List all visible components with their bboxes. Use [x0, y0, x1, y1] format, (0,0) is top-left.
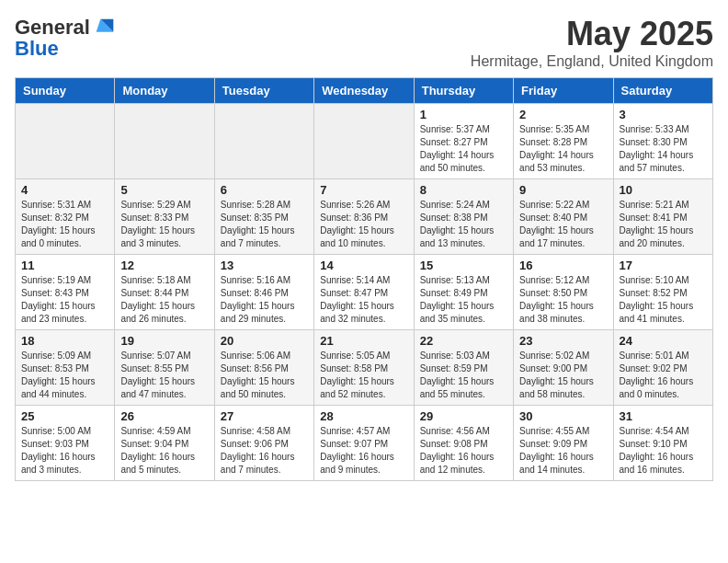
- calendar-cell: 11Sunrise: 5:19 AM Sunset: 8:43 PM Dayli…: [16, 255, 115, 330]
- calendar-cell: [214, 104, 313, 179]
- location-title: Hermitage, England, United Kingdom: [471, 53, 713, 70]
- calendar-cell: 24Sunrise: 5:01 AM Sunset: 9:02 PM Dayli…: [613, 330, 712, 406]
- cell-info: Sunrise: 5:22 AM Sunset: 8:40 PM Dayligh…: [519, 199, 607, 250]
- calendar-cell: 6Sunrise: 5:28 AM Sunset: 8:35 PM Daylig…: [214, 179, 313, 255]
- header: General Blue May 2025 Hermitage, England…: [15, 15, 713, 70]
- day-number: 8: [420, 183, 507, 197]
- calendar-cell: 25Sunrise: 5:00 AM Sunset: 9:03 PM Dayli…: [16, 406, 115, 481]
- cell-info: Sunrise: 4:55 AM Sunset: 9:09 PM Dayligh…: [519, 425, 607, 477]
- day-number: 16: [519, 259, 607, 272]
- day-number: 18: [21, 334, 108, 348]
- day-header-friday: Friday: [514, 78, 613, 104]
- day-number: 11: [21, 259, 108, 272]
- calendar-cell: 8Sunrise: 5:24 AM Sunset: 8:38 PM Daylig…: [414, 179, 513, 255]
- cell-info: Sunrise: 5:02 AM Sunset: 9:00 PM Dayligh…: [519, 350, 607, 401]
- calendar-cell: 16Sunrise: 5:12 AM Sunset: 8:50 PM Dayli…: [514, 255, 613, 330]
- calendar-cell: 21Sunrise: 5:05 AM Sunset: 8:58 PM Dayli…: [314, 330, 414, 406]
- day-number: 21: [320, 334, 407, 348]
- day-number: 6: [221, 183, 308, 197]
- cell-info: Sunrise: 5:21 AM Sunset: 8:41 PM Dayligh…: [620, 199, 707, 250]
- day-header-sunday: Sunday: [16, 78, 115, 104]
- days-header-row: SundayMondayTuesdayWednesdayThursdayFrid…: [16, 78, 713, 104]
- week-row-1: 1Sunrise: 5:37 AM Sunset: 8:27 PM Daylig…: [16, 104, 713, 179]
- week-row-5: 25Sunrise: 5:00 AM Sunset: 9:03 PM Dayli…: [16, 406, 713, 481]
- day-number: 10: [620, 183, 707, 197]
- cell-info: Sunrise: 5:05 AM Sunset: 8:58 PM Dayligh…: [320, 350, 407, 401]
- calendar-cell: 12Sunrise: 5:18 AM Sunset: 8:44 PM Dayli…: [115, 255, 214, 330]
- logo-blue: Blue: [15, 37, 59, 61]
- day-number: 9: [519, 183, 607, 197]
- calendar: SundayMondayTuesdayWednesdayThursdayFrid…: [15, 77, 713, 481]
- calendar-cell: 30Sunrise: 4:55 AM Sunset: 9:09 PM Dayli…: [514, 406, 613, 481]
- day-header-tuesday: Tuesday: [214, 78, 313, 104]
- day-number: 2: [519, 108, 607, 121]
- calendar-cell: 28Sunrise: 4:57 AM Sunset: 9:07 PM Dayli…: [314, 406, 414, 481]
- day-number: 30: [519, 409, 607, 423]
- cell-info: Sunrise: 5:14 AM Sunset: 8:47 PM Dayligh…: [320, 274, 407, 326]
- logo: General Blue: [15, 15, 118, 61]
- cell-info: Sunrise: 5:09 AM Sunset: 8:53 PM Dayligh…: [21, 350, 108, 401]
- day-number: 27: [221, 409, 308, 423]
- day-number: 26: [120, 409, 208, 423]
- day-number: 23: [519, 334, 607, 348]
- cell-info: Sunrise: 5:18 AM Sunset: 8:44 PM Dayligh…: [120, 274, 208, 326]
- calendar-cell: 14Sunrise: 5:14 AM Sunset: 8:47 PM Dayli…: [314, 255, 414, 330]
- cell-info: Sunrise: 4:59 AM Sunset: 9:04 PM Dayligh…: [120, 425, 208, 477]
- cell-info: Sunrise: 5:35 AM Sunset: 8:28 PM Dayligh…: [519, 123, 607, 175]
- month-title: May 2025: [471, 15, 713, 53]
- day-number: 12: [120, 259, 208, 272]
- day-number: 17: [620, 259, 707, 272]
- day-number: 13: [221, 259, 308, 272]
- day-number: 19: [120, 334, 208, 348]
- cell-info: Sunrise: 5:28 AM Sunset: 8:35 PM Dayligh…: [221, 199, 308, 250]
- calendar-cell: 19Sunrise: 5:07 AM Sunset: 8:55 PM Dayli…: [115, 330, 214, 406]
- day-number: 29: [420, 409, 507, 423]
- week-row-2: 4Sunrise: 5:31 AM Sunset: 8:32 PM Daylig…: [16, 179, 713, 255]
- day-number: 4: [21, 183, 108, 197]
- calendar-cell: 10Sunrise: 5:21 AM Sunset: 8:41 PM Dayli…: [613, 179, 712, 255]
- cell-info: Sunrise: 5:01 AM Sunset: 9:02 PM Dayligh…: [620, 350, 707, 401]
- cell-info: Sunrise: 4:57 AM Sunset: 9:07 PM Dayligh…: [320, 425, 407, 477]
- day-number: 14: [320, 259, 407, 272]
- cell-info: Sunrise: 5:12 AM Sunset: 8:50 PM Dayligh…: [519, 274, 607, 326]
- calendar-cell: 2Sunrise: 5:35 AM Sunset: 8:28 PM Daylig…: [514, 104, 613, 179]
- week-row-4: 18Sunrise: 5:09 AM Sunset: 8:53 PM Dayli…: [16, 330, 713, 406]
- cell-info: Sunrise: 5:07 AM Sunset: 8:55 PM Dayligh…: [120, 350, 208, 401]
- calendar-cell: 23Sunrise: 5:02 AM Sunset: 9:00 PM Dayli…: [514, 330, 613, 406]
- calendar-cell: 5Sunrise: 5:29 AM Sunset: 8:33 PM Daylig…: [115, 179, 214, 255]
- calendar-cell: 15Sunrise: 5:13 AM Sunset: 8:49 PM Dayli…: [414, 255, 513, 330]
- calendar-cell: 18Sunrise: 5:09 AM Sunset: 8:53 PM Dayli…: [16, 330, 115, 406]
- calendar-cell: 20Sunrise: 5:06 AM Sunset: 8:56 PM Dayli…: [214, 330, 313, 406]
- calendar-cell: [16, 104, 115, 179]
- cell-info: Sunrise: 5:31 AM Sunset: 8:32 PM Dayligh…: [21, 199, 108, 250]
- calendar-cell: 4Sunrise: 5:31 AM Sunset: 8:32 PM Daylig…: [16, 179, 115, 255]
- title-area: May 2025 Hermitage, England, United King…: [471, 15, 713, 70]
- cell-info: Sunrise: 5:13 AM Sunset: 8:49 PM Dayligh…: [420, 274, 507, 326]
- day-number: 3: [620, 108, 707, 121]
- calendar-cell: 13Sunrise: 5:16 AM Sunset: 8:46 PM Dayli…: [214, 255, 313, 330]
- day-number: 22: [420, 334, 507, 348]
- cell-info: Sunrise: 5:06 AM Sunset: 8:56 PM Dayligh…: [221, 350, 308, 401]
- calendar-cell: 31Sunrise: 4:54 AM Sunset: 9:10 PM Dayli…: [613, 406, 712, 481]
- cell-info: Sunrise: 5:00 AM Sunset: 9:03 PM Dayligh…: [21, 425, 108, 477]
- calendar-cell: 27Sunrise: 4:58 AM Sunset: 9:06 PM Dayli…: [214, 406, 313, 481]
- calendar-cell: 26Sunrise: 4:59 AM Sunset: 9:04 PM Dayli…: [115, 406, 214, 481]
- calendar-cell: [115, 104, 214, 179]
- calendar-cell: 7Sunrise: 5:26 AM Sunset: 8:36 PM Daylig…: [314, 179, 414, 255]
- day-number: 31: [620, 409, 707, 423]
- day-number: 15: [420, 259, 507, 272]
- calendar-cell: 22Sunrise: 5:03 AM Sunset: 8:59 PM Dayli…: [414, 330, 513, 406]
- cell-info: Sunrise: 5:10 AM Sunset: 8:52 PM Dayligh…: [620, 274, 707, 326]
- cell-info: Sunrise: 5:29 AM Sunset: 8:33 PM Dayligh…: [120, 199, 208, 250]
- calendar-cell: 9Sunrise: 5:22 AM Sunset: 8:40 PM Daylig…: [514, 179, 613, 255]
- day-header-wednesday: Wednesday: [314, 78, 414, 104]
- day-number: 1: [420, 108, 507, 121]
- cell-info: Sunrise: 4:56 AM Sunset: 9:08 PM Dayligh…: [420, 425, 507, 477]
- calendar-cell: 3Sunrise: 5:33 AM Sunset: 8:30 PM Daylig…: [613, 104, 712, 179]
- day-number: 5: [120, 183, 208, 197]
- week-row-3: 11Sunrise: 5:19 AM Sunset: 8:43 PM Dayli…: [16, 255, 713, 330]
- day-header-saturday: Saturday: [613, 78, 712, 104]
- calendar-cell: 17Sunrise: 5:10 AM Sunset: 8:52 PM Dayli…: [613, 255, 712, 330]
- cell-info: Sunrise: 5:19 AM Sunset: 8:43 PM Dayligh…: [21, 274, 108, 326]
- cell-info: Sunrise: 4:58 AM Sunset: 9:06 PM Dayligh…: [221, 425, 308, 477]
